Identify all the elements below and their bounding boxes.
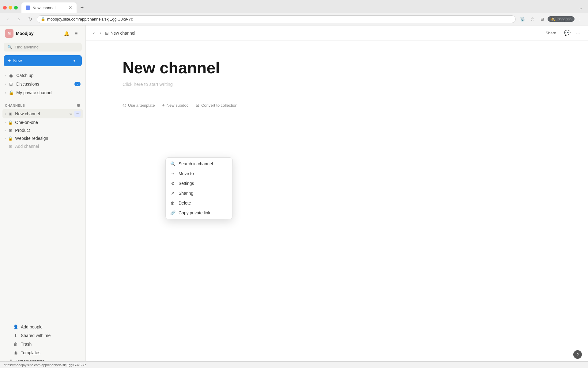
search-placeholder-text: Find anything [15, 45, 39, 49]
channel-item-new-channel[interactable]: › ⊞ New channel ☆ ⋯ [2, 109, 83, 118]
status-url: https://moodjoy.slite.com/app/channels/s… [4, 363, 86, 367]
expand-arrow-icon: › [5, 82, 6, 86]
new-button[interactable]: + New ▾ [4, 55, 82, 66]
shared-with-me-icon: ⬇ [13, 333, 18, 338]
sidebar-item-shared-with-me[interactable]: ⬇ Shared with me [2, 331, 83, 340]
nav-extras: 📡 ☆ ⊞ 🕵 Incognito ⋮ [518, 15, 584, 23]
workspace-initial: M [8, 31, 11, 36]
channel-icon: ⊞ [8, 112, 13, 116]
minimize-window-button[interactable] [9, 6, 12, 10]
tab-close-button[interactable]: ✕ [69, 5, 72, 10]
add-people-label: Add people [21, 324, 81, 329]
more-options-icon[interactable]: ⋯ [574, 29, 582, 37]
channel-item-add-channel[interactable]: › ⊞ Add channel [2, 142, 83, 150]
new-button-dropdown-arrow[interactable]: ▾ [71, 58, 77, 64]
browser-menu-button[interactable]: ⋮ [576, 15, 584, 23]
channels-section-icon[interactable]: ⊞ [77, 103, 81, 108]
refresh-button[interactable]: ↻ [26, 15, 34, 23]
bookmark-icon[interactable]: ☆ [528, 15, 537, 23]
channel-star-button[interactable]: ☆ [68, 111, 74, 117]
shared-with-me-label: Shared with me [21, 333, 81, 338]
help-button[interactable]: ? [573, 350, 582, 359]
breadcrumb-back-button[interactable]: ‹ [92, 29, 96, 37]
new-tab-button[interactable]: + [78, 3, 86, 12]
channel-actions: ☆ ⋯ [68, 111, 81, 117]
discussions-label: Discussions [16, 82, 72, 86]
templates-icon: ◉ [13, 350, 18, 355]
menu-item-move-to[interactable]: → Move to [166, 169, 232, 178]
chevron-down-icon: ▾ [74, 59, 75, 63]
channel-icon: 🔒 [8, 136, 13, 141]
close-window-button[interactable] [3, 6, 7, 10]
new-button-plus-icon: + [8, 58, 11, 63]
doc-body: New channel Click here to start writing … [86, 41, 588, 368]
extension-icon[interactable]: ⊞ [538, 15, 546, 23]
incognito-badge: 🕵 Incognito [548, 16, 575, 22]
app-container: M Moodjoy 🔔 ≡ 🔍 Find anything + New ▾ › [0, 25, 588, 368]
maximize-window-button[interactable] [14, 6, 18, 10]
convert-to-collection-button[interactable]: ⊡ Convert to collection [196, 102, 237, 109]
sidebar-item-catch-up[interactable]: › ◉ Catch up [2, 71, 83, 80]
sidebar-nav-items: › ◉ Catch up › ⊞ Discussions 2 › 🔒 My pr… [0, 70, 85, 98]
expand-arrow-icon: › [5, 112, 6, 116]
sidebar-item-discussions[interactable]: › ⊞ Discussions 2 [2, 80, 83, 88]
doc-breadcrumb-icon: ⊞ [105, 31, 109, 36]
back-button[interactable]: ‹ [4, 15, 12, 23]
breadcrumb-forward-button[interactable]: › [98, 29, 102, 37]
comment-icon[interactable]: 💬 [563, 29, 572, 37]
convert-to-collection-label: Convert to collection [201, 103, 237, 108]
doc-title[interactable]: New channel [123, 59, 551, 77]
use-template-button[interactable]: ◎ Use a template [123, 102, 155, 109]
browser-tab[interactable]: New channel ✕ [21, 2, 77, 13]
workspace-name: Moodjoy [16, 31, 60, 36]
notifications-button[interactable]: 🔔 [62, 29, 71, 38]
address-bar[interactable]: 🔒 moodjoy.slite.com/app/channels/skjEggl… [37, 15, 516, 23]
new-subdoc-button[interactable]: + New subdoc [162, 102, 188, 109]
tab-favicon [26, 6, 30, 10]
channel-label: One-on-one [15, 120, 81, 125]
new-subdoc-label: New subdoc [167, 103, 189, 108]
channel-item-one-on-one[interactable]: › 🔒 One-on-one [2, 118, 83, 126]
menu-item-delete[interactable]: 🗑 Delete [166, 198, 232, 208]
sidebar-item-add-people[interactable]: 👤 Add people [2, 323, 83, 331]
menu-item-copy-private-link-label: Copy private link [179, 210, 210, 215]
forward-button[interactable]: › [15, 15, 23, 23]
sidebar-item-private-channel[interactable]: › 🔒 My private channel [2, 88, 83, 97]
tab-expand-button[interactable]: ⌄ [576, 4, 585, 11]
incognito-label: Incognito [556, 17, 571, 21]
menu-item-copy-private-link[interactable]: 🔗 Copy private link [166, 208, 232, 218]
channel-icon: ⊞ [8, 128, 13, 133]
channel-label: Add channel [15, 144, 81, 149]
search-bar[interactable]: 🔍 Find anything [4, 43, 82, 52]
sidebar-item-templates[interactable]: ◉ Templates [2, 348, 83, 357]
menu-item-search-channel[interactable]: 🔍 Search in channel [166, 159, 232, 169]
share-button[interactable]: Share [541, 29, 560, 37]
doc-header-actions: Share 💬 ⋯ [541, 29, 582, 37]
channel-label: New channel [15, 111, 66, 116]
url-text: moodjoy.slite.com/app/channels/skjEgglG3… [47, 17, 133, 21]
doc-placeholder-text[interactable]: Click here to start writing [123, 82, 551, 87]
collapse-sidebar-button[interactable]: ≡ [72, 29, 81, 38]
discussions-icon: ⊞ [8, 82, 14, 86]
sidebar-item-trash[interactable]: 🗑 Trash [2, 340, 83, 348]
channel-more-button[interactable]: ⋯ [74, 111, 81, 117]
expand-arrow-icon: › [5, 121, 6, 124]
channel-item-product[interactable]: › ⊞ Product [2, 126, 83, 134]
trash-label: Trash [21, 342, 81, 347]
cast-icon[interactable]: 📡 [518, 15, 527, 23]
use-template-label: Use a template [128, 103, 155, 108]
doc-actions: ◎ Use a template + New subdoc ⊡ Convert … [123, 102, 551, 109]
channel-item-website-redesign[interactable]: › 🔒 Website redesign [2, 134, 83, 142]
menu-item-sharing[interactable]: ↗ Sharing [166, 188, 232, 198]
new-button-label: New [13, 58, 22, 63]
expand-arrow-icon: › [5, 74, 6, 77]
doc-header: ‹ › ⊞ New channel Share 💬 ⋯ [86, 25, 588, 41]
menu-item-settings[interactable]: ⚙ Settings [166, 178, 232, 188]
channel-icon: ⊞ [8, 144, 13, 149]
context-menu: 🔍 Search in channel → Move to ⚙ Settings… [165, 157, 233, 219]
settings-icon: ⚙ [170, 181, 175, 186]
expand-arrow-icon: › [5, 137, 6, 140]
menu-item-move-to-label: Move to [179, 171, 194, 176]
menu-item-delete-label: Delete [179, 201, 191, 205]
menu-item-search-channel-label: Search in channel [179, 161, 213, 166]
